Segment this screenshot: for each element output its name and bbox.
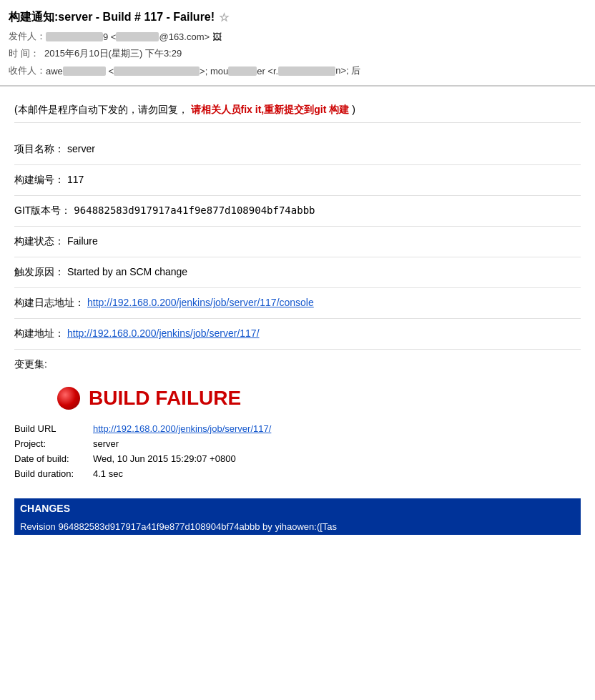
from-label: 发件人： bbox=[9, 30, 46, 43]
build-addr-label: 构建地址： bbox=[14, 327, 64, 340]
build-failure-section: BUILD FAILURE Build URL http://192.168.0… bbox=[14, 375, 581, 487]
to-end: n>; 后 bbox=[335, 64, 360, 77]
git-row: GIT版本号： 964882583d917917a41f9e877d108904… bbox=[14, 196, 581, 227]
to-blurred3 bbox=[228, 66, 257, 76]
status-value: Failure bbox=[67, 235, 98, 247]
trigger-label: 触发原因： bbox=[14, 266, 64, 279]
from-blurred-email bbox=[116, 32, 159, 41]
build-project-value: server bbox=[93, 438, 119, 449]
to-separator: >; mou bbox=[200, 66, 228, 77]
build-url-row: Build URL http://192.168.0.200/jenkins/j… bbox=[14, 421, 581, 436]
changes-header: CHANGES bbox=[14, 498, 581, 518]
build-url-link[interactable]: http://192.168.0.200/jenkins/job/server/… bbox=[93, 423, 271, 434]
project-value: server bbox=[67, 143, 95, 154]
build-num-label: 构建编号： bbox=[14, 174, 64, 187]
build-date-label: Date of build: bbox=[14, 453, 93, 464]
time-value: 2015年6月10日(星期三) 下午3:29 bbox=[44, 47, 182, 60]
build-url-label: Build URL bbox=[14, 423, 93, 434]
build-date-value: Wed, 10 Jun 2015 15:29:07 +0800 bbox=[93, 453, 236, 464]
build-addr-link[interactable]: http://192.168.0.200/jenkins/job/server/… bbox=[67, 327, 260, 339]
trigger-row: 触发原因： Started by an SCM change bbox=[14, 257, 581, 288]
email-body: (本邮件是程序自动下发的，请勿回复， 请相关人员fix it,重新提交到git … bbox=[0, 87, 595, 546]
build-duration-label: Build duration: bbox=[14, 468, 93, 479]
git-value: 964882583d917917a41f9e877d108904bf74abbb bbox=[74, 204, 315, 216]
to-blurred1 bbox=[63, 66, 106, 76]
changeset-label: 变更集: bbox=[14, 350, 581, 375]
notice-prefix: (本邮件是程序自动下发的，请勿回复， bbox=[14, 104, 188, 115]
red-circle-icon bbox=[57, 387, 80, 410]
changeset-label-text: 变更集: bbox=[14, 358, 47, 370]
build-date-row: Date of build: Wed, 10 Jun 2015 15:29:07… bbox=[14, 451, 581, 466]
log-link[interactable]: http://192.168.0.200/jenkins/job/server/… bbox=[87, 297, 314, 308]
status-row: 构建状态： Failure bbox=[14, 227, 581, 257]
email-header: 构建通知:server - Build # 117 - Failure! ☆ 发… bbox=[0, 0, 595, 86]
to-row: 收件人： awe < >; mou er <r. n>; 后 bbox=[9, 62, 586, 79]
from-row: 发件人： 9 < @163.com> 🖼 bbox=[9, 28, 586, 45]
to-mid: er <r. bbox=[257, 66, 278, 77]
time-row: 时 间： 2015年6月10日(星期三) 下午3:29 bbox=[9, 45, 586, 62]
git-label: GIT版本号： bbox=[14, 204, 71, 217]
from-icon: 🖼 bbox=[212, 31, 222, 42]
from-number: 9 bbox=[103, 31, 108, 42]
to-blurred2 bbox=[114, 66, 200, 76]
changes-revision: Revision 964882583d917917a41f9e877d10890… bbox=[14, 518, 581, 535]
star-icon[interactable]: ☆ bbox=[219, 11, 229, 24]
project-row: 项目名称： server bbox=[14, 134, 581, 165]
notice-suffix: ) bbox=[352, 104, 355, 115]
to-start: awe bbox=[46, 66, 63, 77]
notice-line: (本邮件是程序自动下发的，请勿回复， 请相关人员fix it,重新提交到git … bbox=[14, 98, 581, 123]
build-project-label: Project: bbox=[14, 438, 93, 449]
build-addr-row: 构建地址： http://192.168.0.200/jenkins/job/s… bbox=[14, 319, 581, 350]
title-text: 构建通知:server - Build # 117 - Failure! bbox=[9, 10, 215, 25]
from-blurred-name bbox=[46, 32, 103, 41]
trigger-value: Started by an SCM change bbox=[67, 266, 187, 277]
status-label: 构建状态： bbox=[14, 235, 64, 248]
email-container: 构建通知:server - Build # 117 - Failure! ☆ 发… bbox=[0, 0, 595, 546]
build-failure-text: BUILD FAILURE bbox=[89, 387, 241, 410]
log-row: 构建日志地址： http://192.168.0.200/jenkins/job… bbox=[14, 288, 581, 319]
build-num-row: 构建编号： 117 bbox=[14, 165, 581, 196]
build-duration-value: 4.1 sec bbox=[93, 468, 123, 479]
from-email-domain: @163.com> bbox=[159, 31, 210, 42]
build-failure-header: BUILD FAILURE bbox=[14, 387, 581, 410]
to-blurred4 bbox=[278, 66, 335, 76]
build-duration-row: Build duration: 4.1 sec bbox=[14, 466, 581, 481]
project-label: 项目名称： bbox=[14, 143, 64, 156]
email-title: 构建通知:server - Build # 117 - Failure! ☆ bbox=[9, 6, 586, 28]
build-project-row: Project: server bbox=[14, 436, 581, 451]
notice-red: 请相关人员fix it,重新提交到git 构建 bbox=[191, 104, 350, 115]
build-num-value: 117 bbox=[67, 174, 84, 185]
changes-section: CHANGES Revision 964882583d917917a41f9e8… bbox=[14, 498, 581, 535]
time-label: 时 间： bbox=[9, 47, 44, 60]
log-label: 构建日志地址： bbox=[14, 297, 84, 310]
to-label: 收件人： bbox=[9, 64, 46, 77]
